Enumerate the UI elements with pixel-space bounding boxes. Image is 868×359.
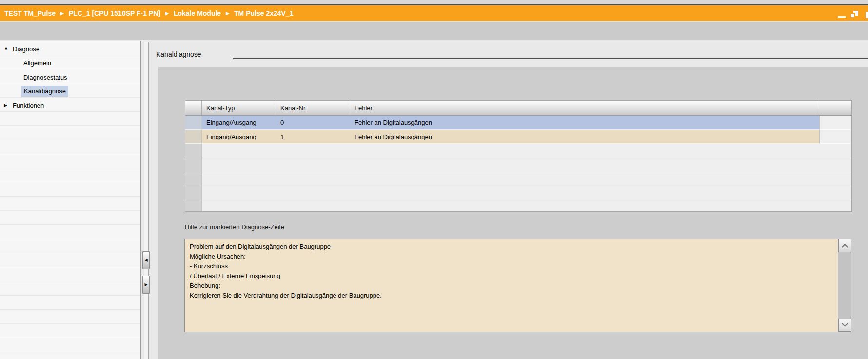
breadcrumb-arrow-icon: ▶ <box>226 11 229 16</box>
column-header-kanal-typ[interactable]: Kanal-Typ <box>202 101 276 115</box>
sidebar-item-diagnosestatus[interactable]: Diagnosestatus <box>0 70 140 84</box>
cell-kanal-typ: Eingang/Ausgang <box>202 130 276 144</box>
table-row-empty <box>185 200 851 212</box>
help-text: Problem auf den Digitalausgängen der Bau… <box>185 239 851 303</box>
heading-rule <box>233 58 868 59</box>
pane-header-band <box>0 22 868 40</box>
diagnosis-help-box: Problem auf den Digitalausgängen der Bau… <box>184 239 851 332</box>
cell-fehler: Fehler an Digitalausgängen <box>350 116 819 130</box>
sidebar-item-label: Allgemein <box>23 56 51 70</box>
cell-empty <box>350 172 819 186</box>
cell-empty <box>276 144 350 158</box>
help-line: - Kurzschluss <box>190 261 833 271</box>
restore-button[interactable] <box>850 11 858 18</box>
page-title: Kanaldiagnose <box>156 50 201 58</box>
cell-empty <box>202 158 276 172</box>
table-header-row: Kanal-Typ Kanal-Nr. Fehler <box>185 101 851 116</box>
row-selector-cell <box>185 200 202 212</box>
breadcrumb-arrow-icon: ▶ <box>165 11 169 16</box>
breadcrumb-local-modules[interactable]: Lokale Module <box>174 9 221 17</box>
help-line: / Überlast / Externe Einspeisung <box>190 271 833 281</box>
cell-empty <box>202 144 276 158</box>
triangle-right-icon: ▶ <box>144 282 147 287</box>
scroll-down-button[interactable] <box>838 319 851 332</box>
column-header-kanal-nr[interactable]: Kanal-Nr. <box>276 101 350 115</box>
sidebar-item-label: Diagnosestatus <box>23 70 67 84</box>
chevron-down-icon <box>842 320 848 327</box>
cell-empty <box>202 186 276 200</box>
table-row-empty <box>185 186 851 200</box>
column-header-empty <box>819 101 851 115</box>
table-row-channel-0[interactable]: Eingang/Ausgang 0 Fehler an Digitalausgä… <box>185 116 851 130</box>
window-top-strip <box>0 0 868 4</box>
column-header-fehler[interactable]: Fehler <box>350 101 819 115</box>
sidebar-item-funktionen[interactable]: ▶ Funktionen <box>0 99 140 113</box>
close-button-clipped[interactable] <box>866 12 868 18</box>
breadcrumb-project[interactable]: TEST TM_Pulse <box>4 9 56 17</box>
cell-empty <box>276 172 350 186</box>
restore-icon <box>850 13 855 18</box>
cell-empty <box>350 200 819 212</box>
sidebar-item-allgemein[interactable]: Allgemein <box>0 56 140 70</box>
chevron-up-icon <box>842 244 848 250</box>
breadcrumb-module[interactable]: TM Pulse 2x24V_1 <box>234 9 293 17</box>
cell-empty <box>819 200 851 212</box>
cell-fehler: Fehler an Digitalausgängen <box>350 130 819 144</box>
cell-empty <box>276 186 350 200</box>
cell-empty <box>819 116 851 130</box>
triangle-left-icon: ◀ <box>144 258 147 262</box>
table-row-empty <box>185 158 851 172</box>
row-selector-cell[interactable] <box>185 116 202 130</box>
sidebar-item-label: Funktionen <box>13 99 44 113</box>
cell-empty <box>350 186 819 200</box>
sidebar-item-label: Diagnose <box>13 42 39 56</box>
help-line: Problem auf den Digitalausgängen der Bau… <box>190 242 833 252</box>
chevron-right-icon[interactable]: ▶ <box>4 99 7 113</box>
cell-empty <box>819 186 851 200</box>
cell-empty <box>819 130 851 144</box>
cell-kanal-nr: 0 <box>276 116 350 130</box>
chevron-down-icon[interactable]: ▼ <box>4 42 8 56</box>
channel-diagnosis-table: Kanal-Typ Kanal-Nr. Fehler Eingang/Ausga… <box>185 100 852 212</box>
title-bar: TEST TM_Pulse ▶ PLC_1 [CPU 1510SP F-1 PN… <box>0 4 868 21</box>
minimize-button[interactable] <box>838 16 846 18</box>
table-row-empty <box>185 172 851 186</box>
row-selector-cell[interactable] <box>185 130 202 144</box>
diagnostics-tree: ▼ Diagnose Allgemein Diagnosestatus Kana… <box>0 41 140 359</box>
cell-empty <box>350 144 819 158</box>
pane-splitter[interactable] <box>144 42 149 359</box>
row-selector-cell <box>185 186 202 200</box>
cell-empty <box>350 158 819 172</box>
sidebar-item-label: Kanaldiagnose <box>21 86 68 97</box>
help-line: Korrigieren Sie die Verdrahtung der Digi… <box>190 291 833 300</box>
breadcrumb-arrow-icon: ▶ <box>60 11 64 16</box>
help-line: Behebung: <box>190 281 833 291</box>
cell-empty <box>819 172 851 186</box>
sidebar-item-kanaldiagnose[interactable]: Kanaldiagnose <box>0 84 140 99</box>
splitter-collapse-right-button[interactable]: ▶ <box>142 276 150 294</box>
table-row-empty <box>185 144 851 158</box>
tia-inspector-window: TEST TM_Pulse ▶ PLC_1 [CPU 1510SP F-1 PN… <box>0 0 868 359</box>
row-selector-cell <box>185 158 202 172</box>
row-selector-cell <box>185 172 202 186</box>
cell-empty <box>276 158 350 172</box>
cell-empty <box>202 172 276 186</box>
row-selector-cell <box>185 144 202 158</box>
cell-kanal-typ: Eingang/Ausgang <box>202 116 276 130</box>
cell-empty <box>276 200 350 212</box>
cell-empty <box>202 200 276 212</box>
help-scrollbar[interactable] <box>838 239 851 332</box>
help-section-label: Hilfe zur markierten Diagnose-Zeile <box>185 223 284 231</box>
scroll-up-button[interactable] <box>838 239 851 252</box>
cell-empty <box>819 158 851 172</box>
splitter-collapse-left-button[interactable]: ◀ <box>142 251 150 269</box>
cell-empty <box>819 144 851 158</box>
table-row-channel-1[interactable]: Eingang/Ausgang 1 Fehler an Digitalausgä… <box>185 130 851 144</box>
help-line: Mögliche Ursachen: <box>190 252 833 261</box>
cell-kanal-nr: 1 <box>276 130 350 144</box>
sidebar-item-diagnose[interactable]: ▼ Diagnose <box>0 42 140 56</box>
breadcrumb-plc[interactable]: PLC_1 [CPU 1510SP F-1 PN] <box>69 9 160 17</box>
header-selector-cell <box>185 101 202 115</box>
